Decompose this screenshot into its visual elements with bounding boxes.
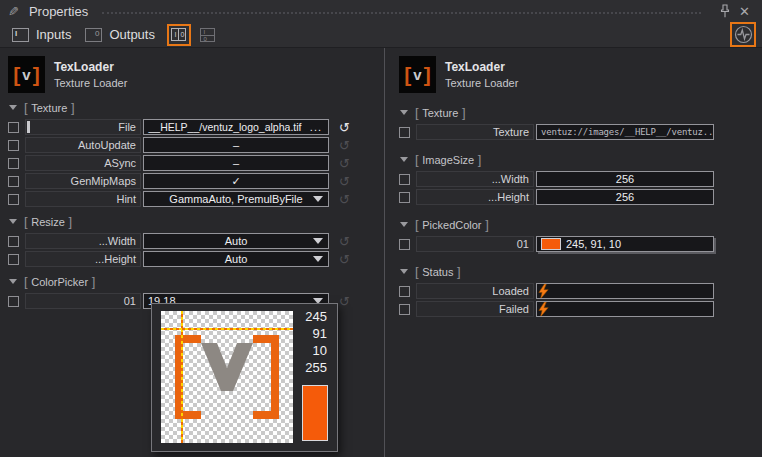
outputs-panel: [v] TexLoader Texture Loader Texture Tex… [391, 48, 762, 457]
picker-crosshair-vertical[interactable] [181, 311, 183, 443]
height-expose-checkbox[interactable] [8, 254, 19, 265]
live-update-toggle[interactable] [730, 22, 756, 47]
collapse-triangle-icon[interactable] [400, 222, 408, 227]
picked-b: 10 [305, 342, 327, 359]
property-row-async: ASync – ↺ [6, 155, 383, 171]
group-name: Texture [415, 105, 466, 120]
output-row-failed: Failed [397, 301, 762, 317]
browse-button[interactable]: ... [310, 121, 322, 133]
autoupdate-expose-checkbox[interactable] [8, 140, 19, 151]
texture-value-field: ventuz://images/__HELP__/ventuz... [536, 124, 714, 140]
autoupdate-field[interactable]: – [143, 137, 329, 153]
hint-label: Hint [116, 193, 136, 205]
reset-icon[interactable]: ↺ [339, 235, 350, 248]
async-expose-checkbox[interactable] [8, 158, 19, 169]
file-field[interactable]: __HELP__/ventuz_logo_alpha.tif ... [143, 119, 329, 135]
picked-rgba-values: 245 91 10 255 [305, 308, 327, 376]
tab-outputs[interactable]: 0 Outputs [78, 25, 162, 44]
toolbar: I Inputs 0 Outputs I0 I0 [0, 22, 762, 48]
reset-icon[interactable]: ↺ [339, 157, 350, 170]
reset-icon[interactable]: ↺ [339, 139, 350, 152]
autoupdate-label: AutoUpdate [78, 139, 136, 151]
file-label: File [118, 121, 136, 133]
group-name: Status [415, 264, 461, 279]
collapse-triangle-icon[interactable] [9, 105, 17, 110]
output-row-width: ...Width 256 [397, 171, 762, 187]
texture-label: Texture [493, 126, 529, 138]
layout-stacked-toggle[interactable]: I0 [196, 24, 220, 46]
collapse-triangle-icon[interactable] [400, 157, 408, 162]
ventuz-logo-v [199, 341, 255, 393]
height-dropdown[interactable]: Auto [143, 251, 329, 267]
reset-icon[interactable]: ↺ [339, 175, 350, 188]
node-title: TexLoader [445, 60, 518, 74]
collapse-triangle-icon[interactable] [9, 279, 17, 284]
titlebar-divider [102, 12, 701, 14]
hint-dropdown[interactable]: GammaAuto, PremulByFile [143, 191, 329, 207]
reset-icon[interactable]: ↺ [339, 295, 350, 308]
picker-crosshair-horizontal[interactable] [161, 328, 293, 330]
failed-expose-checkbox[interactable] [399, 304, 410, 315]
picked01-expose-checkbox[interactable] [399, 239, 410, 250]
width-dropdown[interactable]: Auto [143, 233, 329, 249]
group-header-texture[interactable]: Texture [400, 105, 762, 120]
selection-marker [27, 121, 30, 133]
loaded-event-field [536, 283, 714, 299]
picker01-expose-checkbox[interactable] [8, 296, 19, 307]
group-header-status[interactable]: Status [400, 264, 762, 279]
close-button[interactable]: ✕ [735, 4, 754, 19]
check-icon: ✓ [231, 175, 240, 188]
collapse-triangle-icon[interactable] [400, 110, 408, 115]
property-row-autoupdate: AutoUpdate – ↺ [6, 137, 383, 153]
collapse-triangle-icon[interactable] [9, 219, 17, 224]
picked01-label: 01 [517, 238, 529, 250]
height-label: ...Height [95, 253, 136, 265]
tab-inputs[interactable]: I Inputs [5, 25, 78, 44]
reset-icon[interactable]: ↺ [339, 253, 350, 266]
pin-button[interactable] [715, 4, 735, 18]
reset-icon[interactable]: ↺ [339, 193, 350, 206]
node-header: [v] TexLoader Texture Loader [8, 56, 383, 93]
property-row-file: File __HELP__/ventuz_logo_alpha.tif ... … [6, 119, 383, 135]
width-expose-checkbox[interactable] [399, 174, 410, 185]
node-subtitle: Texture Loader [54, 77, 127, 89]
loaded-label: Loaded [492, 285, 529, 297]
texture-expose-checkbox[interactable] [399, 127, 410, 138]
output-row-picked-01: 01 245, 91, 10 [397, 236, 762, 252]
width-label: ...Width [492, 173, 529, 185]
width-expose-checkbox[interactable] [8, 236, 19, 247]
layout-split-toggle[interactable]: I0 [167, 24, 191, 46]
group-header-imagesize[interactable]: ImageSize [400, 152, 762, 167]
color-swatch [541, 238, 561, 250]
async-field[interactable]: – [143, 155, 329, 171]
reset-icon[interactable]: ↺ [339, 121, 350, 134]
file-expose-checkbox[interactable] [8, 122, 19, 133]
dropdown-arrow-icon [313, 238, 323, 244]
group-header-resize[interactable]: Resize [9, 214, 383, 229]
genmipmaps-checkbox-field[interactable]: ✓ [143, 173, 329, 189]
loaded-expose-checkbox[interactable] [399, 286, 410, 297]
dropdown-arrow-icon [313, 256, 323, 262]
height-expose-checkbox[interactable] [399, 192, 410, 203]
outputs-icon: 0 [85, 28, 102, 42]
height-label: ...Height [488, 191, 529, 203]
collapse-triangle-icon[interactable] [400, 269, 408, 274]
group-name: Texture [24, 100, 75, 115]
picked-color-swatch [302, 385, 328, 441]
node-subtitle: Texture Loader [445, 77, 518, 89]
hint-expose-checkbox[interactable] [8, 194, 19, 205]
color-picker-popup: 245 91 10 255 [151, 303, 338, 452]
group-header-texture[interactable]: Texture [9, 100, 383, 115]
file-label-cell: File [25, 119, 141, 135]
group-name: ColorPicker [24, 274, 95, 289]
output-row-height: ...Height 256 [397, 189, 762, 205]
texture-preview[interactable] [161, 311, 293, 443]
group-header-pickedcolor[interactable]: PickedColor [400, 217, 762, 232]
width-label: ...Width [99, 235, 136, 247]
picked-r: 245 [305, 308, 327, 325]
picker01-label: 01 [124, 295, 136, 307]
genmipmaps-expose-checkbox[interactable] [8, 176, 19, 187]
picked-a: 255 [305, 359, 327, 376]
lightning-bolt-icon [538, 302, 549, 317]
group-header-colorpicker[interactable]: ColorPicker [9, 274, 383, 289]
